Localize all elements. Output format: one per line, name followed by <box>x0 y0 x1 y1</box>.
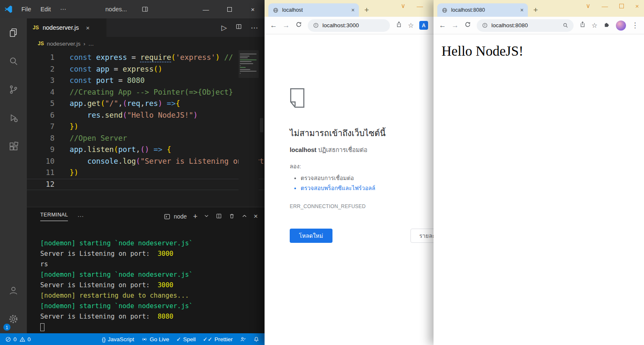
minimize-button[interactable]: — <box>602 3 608 10</box>
new-tab-button[interactable]: + <box>364 6 369 14</box>
tab-close-button[interactable]: × <box>351 7 355 13</box>
settings-button[interactable]: 1 <box>0 305 27 333</box>
minimize-button[interactable]: — <box>417 3 423 10</box>
zoom-icon[interactable] <box>562 22 569 28</box>
line-number: 8 <box>27 133 55 144</box>
split-editor-button[interactable] <box>235 23 242 32</box>
code-token: 'express' <box>176 53 216 62</box>
code-line[interactable]: 4//Creating App --> Pointer(=>{Object} <box>27 87 265 98</box>
code-line[interactable]: 1const express = require('express') // <box>27 52 265 64</box>
menu-kebab-button[interactable]: ⋮ <box>631 21 639 30</box>
translate-icon[interactable]: A <box>419 21 428 30</box>
search-icon <box>8 56 19 67</box>
layout-toggle-icon[interactable] <box>141 5 149 13</box>
menu-more[interactable]: ⋯ <box>55 6 71 13</box>
maximize-icon[interactable] <box>619 4 624 8</box>
code-line[interactable]: 10 console.log("Server is Listening on p… <box>27 156 265 167</box>
code-line[interactable]: 12 <box>27 179 265 191</box>
code-line[interactable]: 8//Open Server <box>27 133 265 144</box>
profile-avatar[interactable] <box>616 21 626 31</box>
tab-close-button[interactable]: × <box>520 7 524 13</box>
address-bar[interactable]: localhost:8080 <box>477 19 574 32</box>
spell-button[interactable]: ✓ Spell <box>177 336 196 342</box>
kill-terminal-button[interactable] <box>229 213 235 221</box>
close-panel-button[interactable]: × <box>254 212 258 221</box>
forward-button[interactable]: → <box>452 21 459 30</box>
code-token: send <box>105 111 122 119</box>
terminal-shell-selector[interactable]: node <box>164 213 187 220</box>
bookmark-star-button[interactable]: ☆ <box>408 21 414 29</box>
panel-more-button[interactable]: ⋯ <box>77 213 83 220</box>
address-bar[interactable]: localhost:3000 <box>308 19 390 32</box>
error-title: ไม่สามารถเข้าถึงเว็บไซต์นี้ <box>290 127 408 139</box>
maximize-button[interactable] <box>218 0 241 18</box>
terminal-line: [nodemon] restarting due to changes... <box>40 291 265 301</box>
language-indicator[interactable]: {} JavaScript <box>102 336 134 342</box>
reload-icon <box>464 21 471 28</box>
sidebar-item-source-control[interactable] <box>0 75 27 104</box>
code-editor[interactable]: 1const express = require('express') //2c… <box>27 50 265 207</box>
run-button[interactable]: ▷ <box>221 23 227 32</box>
menu-edit[interactable]: Edit <box>36 6 55 13</box>
notifications-bell-button[interactable] <box>253 336 260 342</box>
maximize-panel-button[interactable] <box>242 213 247 220</box>
reload-button[interactable] <box>464 21 471 30</box>
minimize-button[interactable]: — <box>194 0 218 18</box>
info-icon[interactable] <box>482 22 488 28</box>
details-button[interactable]: รายละเอียด <box>410 229 434 243</box>
account-button[interactable] <box>0 276 27 305</box>
window-chevron-icon[interactable]: ∨ <box>401 2 405 10</box>
bookmark-star-button[interactable]: ☆ <box>592 21 597 29</box>
code-line[interactable]: 9app.listen(port,() => { <box>27 144 265 156</box>
extensions-puzzle-button[interactable] <box>603 21 610 30</box>
code-line[interactable]: 7}) <box>27 121 265 133</box>
split-terminal-button[interactable] <box>216 213 222 221</box>
share-button[interactable] <box>395 21 402 30</box>
scrollbar-thumb[interactable] <box>260 118 263 132</box>
tab-close-icon[interactable]: × <box>86 24 90 31</box>
window-chevron-icon[interactable]: ∨ <box>586 2 590 10</box>
minimap[interactable] <box>239 50 259 207</box>
code-token <box>70 111 87 119</box>
sidebar-item-search[interactable] <box>0 47 27 75</box>
code-line[interactable]: 6 res.send("Hello NodeJS!") <box>27 110 265 121</box>
back-button[interactable]: ← <box>439 21 446 30</box>
code-line[interactable]: 11}) <box>27 167 265 179</box>
reload-page-button[interactable]: โหลดใหม่ <box>290 229 332 243</box>
reload-button[interactable] <box>295 21 302 30</box>
terminal-tab[interactable]: TERMINAL <box>40 212 68 221</box>
golive-button[interactable]: Go Live <box>141 336 169 342</box>
editor-scrollbar[interactable] <box>259 50 265 207</box>
new-terminal-button[interactable]: + <box>193 212 198 221</box>
forward-button[interactable]: → <box>283 21 290 30</box>
editor-tab-nodeserver[interactable]: JS nodeserver.js × <box>27 18 106 37</box>
close-button[interactable]: × <box>635 3 639 10</box>
problems-errors[interactable]: 0 <box>5 336 17 342</box>
code-token: express <box>96 53 127 62</box>
line-number: 1 <box>27 52 55 64</box>
sidebar-item-run-debug[interactable] <box>0 104 27 132</box>
close-button[interactable]: × <box>241 0 265 18</box>
suggestion-link[interactable]: ตรวจสอบพร็อกซีและไฟร์วอลล์ <box>301 183 408 193</box>
back-button[interactable]: ← <box>270 21 277 30</box>
browser-tab-localhost-8080[interactable]: localhost:8080 × <box>437 3 528 17</box>
problems-warnings[interactable]: 0 <box>19 336 31 342</box>
new-tab-button[interactable]: + <box>533 6 538 14</box>
terminal-output[interactable]: [nodemon] starting `node nodeserver.js`S… <box>27 226 265 333</box>
account-status-button[interactable] <box>240 336 246 342</box>
code-token: ( <box>101 99 105 108</box>
terminal-dropdown-button[interactable] <box>204 213 209 220</box>
share-button[interactable] <box>579 21 586 30</box>
code-line[interactable]: 2const app = express() <box>27 64 265 75</box>
code-token: const <box>70 76 96 85</box>
menu-file[interactable]: File <box>17 6 36 13</box>
info-icon[interactable] <box>313 22 319 28</box>
breadcrumb[interactable]: JS nodeserver.js › … <box>27 37 265 50</box>
browser-tab-localhost[interactable]: localhost × <box>268 3 359 17</box>
sidebar-item-explorer[interactable] <box>0 18 27 47</box>
code-line[interactable]: 5app.get("/",(req,res) =>{ <box>27 98 265 110</box>
prettier-button[interactable]: ✓✓ Prettier <box>203 336 233 342</box>
code-line[interactable]: 3const port = 8080 <box>27 75 265 87</box>
sidebar-item-extensions[interactable] <box>0 132 27 161</box>
editor-more-button[interactable]: ⋯ <box>251 23 258 32</box>
